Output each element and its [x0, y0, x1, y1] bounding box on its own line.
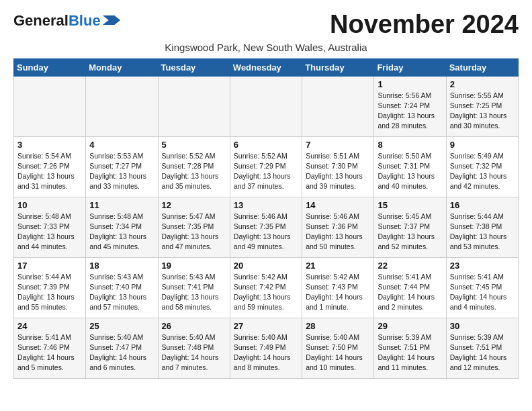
day-number: 13 — [234, 200, 298, 210]
day-info: Sunrise: 5:39 AMSunset: 7:51 PMDaylight:… — [450, 332, 515, 373]
calendar-cell — [158, 76, 230, 136]
month-title: November 2024 — [330, 11, 519, 39]
day-number: 11 — [89, 200, 154, 210]
calendar-week-row: 1Sunrise: 5:56 AMSunset: 7:24 PMDaylight… — [14, 76, 519, 136]
day-number: 6 — [234, 140, 298, 150]
day-info: Sunrise: 5:48 AMSunset: 7:33 PMDaylight:… — [17, 212, 82, 253]
calendar-cell — [230, 76, 302, 136]
day-number: 20 — [234, 261, 298, 271]
calendar-cell: 18Sunrise: 5:43 AMSunset: 7:40 PMDayligh… — [86, 257, 158, 318]
weekday-header-sunday: Sunday — [14, 58, 86, 76]
day-info: Sunrise: 5:40 AMSunset: 7:49 PMDaylight:… — [234, 332, 298, 373]
calendar-cell: 8Sunrise: 5:50 AMSunset: 7:31 PMDaylight… — [374, 136, 446, 197]
day-info: Sunrise: 5:42 AMSunset: 7:43 PMDaylight:… — [306, 272, 370, 313]
day-info: Sunrise: 5:44 AMSunset: 7:39 PMDaylight:… — [17, 272, 82, 313]
day-number: 8 — [378, 140, 442, 150]
calendar-cell: 10Sunrise: 5:48 AMSunset: 7:33 PMDayligh… — [14, 197, 86, 257]
day-number: 7 — [306, 140, 370, 150]
weekday-header-monday: Monday — [86, 58, 158, 76]
day-info: Sunrise: 5:47 AMSunset: 7:35 PMDaylight:… — [162, 212, 226, 253]
day-info: Sunrise: 5:41 AMSunset: 7:46 PMDaylight:… — [17, 332, 82, 373]
calendar-cell: 2Sunrise: 5:55 AMSunset: 7:25 PMDaylight… — [446, 76, 518, 136]
day-number: 30 — [450, 321, 515, 331]
calendar-cell: 24Sunrise: 5:41 AMSunset: 7:46 PMDayligh… — [14, 318, 86, 378]
day-number: 18 — [89, 261, 154, 271]
calendar-cell: 7Sunrise: 5:51 AMSunset: 7:30 PMDaylight… — [302, 136, 374, 197]
day-info: Sunrise: 5:52 AMSunset: 7:29 PMDaylight:… — [234, 151, 298, 192]
calendar-cell: 1Sunrise: 5:56 AMSunset: 7:24 PMDaylight… — [374, 76, 446, 136]
calendar-cell: 30Sunrise: 5:39 AMSunset: 7:51 PMDayligh… — [446, 318, 518, 378]
day-number: 27 — [234, 321, 298, 331]
calendar-cell: 17Sunrise: 5:44 AMSunset: 7:39 PMDayligh… — [14, 257, 86, 318]
day-info: Sunrise: 5:49 AMSunset: 7:32 PMDaylight:… — [450, 151, 515, 192]
calendar-cell: 12Sunrise: 5:47 AMSunset: 7:35 PMDayligh… — [158, 197, 230, 257]
day-number: 12 — [162, 200, 226, 210]
day-info: Sunrise: 5:55 AMSunset: 7:25 PMDaylight:… — [450, 91, 515, 132]
calendar-cell: 28Sunrise: 5:40 AMSunset: 7:50 PMDayligh… — [302, 318, 374, 378]
calendar-cell: 23Sunrise: 5:41 AMSunset: 7:45 PMDayligh… — [446, 257, 518, 318]
day-number: 5 — [162, 140, 226, 150]
day-info: Sunrise: 5:44 AMSunset: 7:38 PMDaylight:… — [450, 212, 515, 253]
calendar-cell: 11Sunrise: 5:48 AMSunset: 7:34 PMDayligh… — [86, 197, 158, 257]
header: GeneralBlue November 2024 — [13, 11, 519, 39]
day-number: 23 — [450, 261, 515, 271]
day-number: 29 — [378, 321, 442, 331]
day-info: Sunrise: 5:41 AMSunset: 7:44 PMDaylight:… — [378, 272, 442, 313]
day-info: Sunrise: 5:53 AMSunset: 7:27 PMDaylight:… — [89, 151, 154, 192]
day-number: 17 — [17, 261, 82, 271]
logo-blue: Blue — [69, 12, 101, 29]
day-info: Sunrise: 5:56 AMSunset: 7:24 PMDaylight:… — [378, 91, 442, 132]
day-number: 28 — [306, 321, 370, 331]
calendar-cell: 4Sunrise: 5:53 AMSunset: 7:27 PMDaylight… — [86, 136, 158, 197]
day-number: 1 — [378, 79, 442, 89]
day-number: 4 — [89, 140, 154, 150]
day-info: Sunrise: 5:45 AMSunset: 7:37 PMDaylight:… — [378, 212, 442, 253]
calendar-cell: 25Sunrise: 5:40 AMSunset: 7:47 PMDayligh… — [86, 318, 158, 378]
svg-marker-0 — [103, 15, 120, 25]
day-info: Sunrise: 5:40 AMSunset: 7:47 PMDaylight:… — [89, 332, 154, 373]
day-info: Sunrise: 5:51 AMSunset: 7:30 PMDaylight:… — [306, 151, 370, 192]
day-info: Sunrise: 5:50 AMSunset: 7:31 PMDaylight:… — [378, 151, 442, 192]
weekday-header-wednesday: Wednesday — [230, 58, 302, 76]
day-number: 2 — [450, 79, 515, 89]
calendar-cell: 6Sunrise: 5:52 AMSunset: 7:29 PMDaylight… — [230, 136, 302, 197]
calendar-week-row: 17Sunrise: 5:44 AMSunset: 7:39 PMDayligh… — [14, 257, 519, 318]
day-number: 25 — [89, 321, 154, 331]
calendar-cell: 19Sunrise: 5:43 AMSunset: 7:41 PMDayligh… — [158, 257, 230, 318]
day-info: Sunrise: 5:46 AMSunset: 7:36 PMDaylight:… — [306, 212, 370, 253]
calendar-cell: 13Sunrise: 5:46 AMSunset: 7:35 PMDayligh… — [230, 197, 302, 257]
calendar-cell: 14Sunrise: 5:46 AMSunset: 7:36 PMDayligh… — [302, 197, 374, 257]
day-number: 16 — [450, 200, 515, 210]
day-number: 14 — [306, 200, 370, 210]
calendar-cell — [86, 76, 158, 136]
calendar-week-row: 24Sunrise: 5:41 AMSunset: 7:46 PMDayligh… — [14, 318, 519, 378]
day-info: Sunrise: 5:52 AMSunset: 7:28 PMDaylight:… — [162, 151, 226, 192]
day-info: Sunrise: 5:46 AMSunset: 7:35 PMDaylight:… — [234, 212, 298, 253]
weekday-header-saturday: Saturday — [446, 58, 518, 76]
weekday-header-friday: Friday — [374, 58, 446, 76]
logo-text: GeneralBlue — [13, 13, 101, 28]
day-number: 9 — [450, 140, 515, 150]
calendar-cell — [14, 76, 86, 136]
day-number: 19 — [162, 261, 226, 271]
calendar-cell: 29Sunrise: 5:39 AMSunset: 7:51 PMDayligh… — [374, 318, 446, 378]
day-info: Sunrise: 5:40 AMSunset: 7:50 PMDaylight:… — [306, 332, 370, 373]
weekday-header-row: SundayMondayTuesdayWednesdayThursdayFrid… — [14, 58, 519, 76]
day-info: Sunrise: 5:43 AMSunset: 7:40 PMDaylight:… — [89, 272, 154, 313]
day-number: 24 — [17, 321, 82, 331]
calendar-cell: 3Sunrise: 5:54 AMSunset: 7:26 PMDaylight… — [14, 136, 86, 197]
logo: GeneralBlue — [13, 13, 121, 28]
location-title: Kingswood Park, New South Wales, Austral… — [13, 42, 519, 53]
calendar-cell: 16Sunrise: 5:44 AMSunset: 7:38 PMDayligh… — [446, 197, 518, 257]
day-info: Sunrise: 5:54 AMSunset: 7:26 PMDaylight:… — [17, 151, 82, 192]
calendar-cell — [302, 76, 374, 136]
day-info: Sunrise: 5:39 AMSunset: 7:51 PMDaylight:… — [378, 332, 442, 373]
day-info: Sunrise: 5:42 AMSunset: 7:42 PMDaylight:… — [234, 272, 298, 313]
day-info: Sunrise: 5:40 AMSunset: 7:48 PMDaylight:… — [162, 332, 226, 373]
calendar-week-row: 3Sunrise: 5:54 AMSunset: 7:26 PMDaylight… — [14, 136, 519, 197]
calendar-cell: 27Sunrise: 5:40 AMSunset: 7:49 PMDayligh… — [230, 318, 302, 378]
calendar-cell: 21Sunrise: 5:42 AMSunset: 7:43 PMDayligh… — [302, 257, 374, 318]
calendar-cell: 22Sunrise: 5:41 AMSunset: 7:44 PMDayligh… — [374, 257, 446, 318]
day-number: 26 — [162, 321, 226, 331]
logo-arrow-icon — [102, 15, 121, 25]
